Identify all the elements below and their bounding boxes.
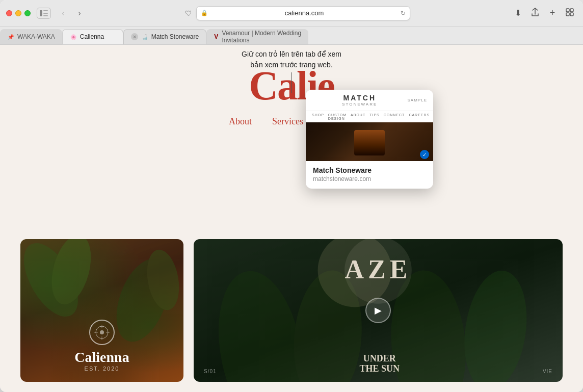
tab-calienna[interactable]: 🌸 Calienna — [62, 29, 123, 44]
share-icon — [531, 8, 539, 19]
match-header: MATCH STONEWARE SAMPLE — [306, 90, 433, 111]
svg-rect-6 — [566, 13, 569, 16]
browser-window: ‹ › 🛡 🔒 calienna.com ↻ ⬇ — [0, 0, 583, 392]
under-the-sun-line1: UNDER — [363, 353, 396, 363]
match-logo-subtitle: STONEWARE — [312, 102, 408, 107]
match-nav: SHOP CUSTOM DESIGN ABOUT TIPS CONNECT CA… — [306, 111, 433, 122]
tab-preview-website: MATCH STONEWARE SAMPLE SHOP CUSTOM DESIG… — [306, 90, 433, 161]
nav-about[interactable]: About — [229, 116, 252, 127]
card-calienna-brand: Calienna EST. 2020 — [20, 239, 183, 382]
svg-rect-4 — [566, 9, 569, 12]
tab-preview-url: matchstoneware.com — [313, 175, 426, 182]
privacy-icon: 🛡 — [185, 9, 192, 17]
play-icon: ▶ — [375, 305, 382, 316]
card-left-content: Calienna EST. 2020 — [20, 320, 183, 372]
calienna-nav: About Services Under T — [0, 116, 583, 127]
tab-favicon-match: 🍶 — [141, 33, 148, 40]
card-left-title: Calienna — [20, 349, 183, 365]
address-bar-container: 🛡 🔒 calienna.com ↻ — [93, 6, 502, 20]
tab-preview-popup: MATCH STONEWARE SAMPLE SHOP CUSTOM DESIG… — [306, 90, 433, 189]
calienna-header: Calie About Services Under T — [0, 45, 583, 127]
match-nav-careers: CAREERS — [409, 113, 430, 120]
tab-waka-waka[interactable]: 📌 WAKA-WAKA — [0, 29, 62, 44]
tab-preview-title: Match Stoneware — [313, 166, 426, 174]
title-bar: ‹ › 🛡 🔒 calienna.com ↻ ⬇ — [0, 0, 583, 27]
card-right-bottom: S/01 UNDER THE SUN VIE — [194, 346, 563, 382]
under-the-sun-line2: THE SUN — [359, 363, 400, 374]
toolbar-right: ⬇ + — [511, 6, 577, 20]
svg-rect-1 — [43, 10, 48, 11]
forward-icon: › — [78, 9, 81, 18]
svg-rect-0 — [40, 10, 42, 16]
match-nav-connect: CONNECT — [384, 113, 405, 120]
match-badge: ✓ — [420, 150, 429, 159]
content-grid: Calienna EST. 2020 — [0, 229, 583, 392]
match-nav-tips: TIPS — [369, 113, 380, 120]
tabs-icon — [566, 8, 574, 18]
tab-favicon-waka: 📌 — [7, 33, 14, 40]
card-aze: AZE ▶ S/01 UNDER THE SUN — [194, 239, 563, 382]
match-nav-shop: SHOP — [312, 113, 324, 120]
match-nav-about: ABOUT — [351, 113, 365, 120]
tab-label-waka: WAKA-WAKA — [17, 33, 55, 40]
calienna-page: Calie About Services Under T — [0, 45, 583, 392]
svg-rect-2 — [43, 13, 48, 14]
new-tab-button[interactable]: + — [545, 6, 560, 20]
tab-favicon-venamour: V — [214, 33, 219, 40]
tab-bar: 📌 WAKA-WAKA 🌸 Calienna ✕ 🍶 Match Stonewa… — [0, 27, 583, 45]
match-badge-icon: ✓ — [422, 152, 427, 158]
back-icon: ‹ — [62, 9, 64, 18]
tab-venamour[interactable]: V Venamour | Modern Wedding Invitations — [206, 29, 308, 44]
plus-icon: + — [550, 8, 555, 18]
calienna-logo: Calie — [0, 65, 583, 106]
play-button[interactable]: ▶ — [365, 298, 391, 323]
lock-icon: 🔒 — [201, 10, 208, 16]
match-nav-custom: CUSTOM DESIGN — [328, 113, 347, 120]
sidebar-toggle-button[interactable] — [37, 8, 51, 19]
card-emblem — [89, 320, 115, 345]
back-button[interactable]: ‹ — [56, 6, 70, 20]
card-left-subtitle: EST. 2020 — [20, 365, 183, 372]
tab-match-stoneware[interactable]: ✕ 🍶 Match Stoneware — [123, 29, 206, 44]
reload-button[interactable]: ↻ — [401, 10, 406, 17]
tab-label-venamour: Venamour | Modern Wedding Invitations — [222, 30, 301, 44]
nav-buttons: ‹ › — [56, 6, 87, 20]
tab-preview-info: Match Stoneware matchstoneware.com — [306, 161, 433, 189]
svg-rect-5 — [570, 9, 573, 12]
label-episode: S/01 — [204, 369, 217, 374]
under-the-sun-text: UNDER THE SUN — [217, 354, 543, 374]
address-bar[interactable]: 🔒 calienna.com ↻ — [196, 6, 410, 20]
maximize-window-button[interactable] — [24, 10, 31, 16]
share-button[interactable] — [528, 6, 542, 20]
match-hero: DESTROYER TABLEWARE ✓ — [306, 122, 433, 161]
close-window-button[interactable] — [6, 10, 12, 16]
tab-label-calienna: Calienna — [80, 33, 104, 40]
svg-rect-3 — [43, 15, 48, 16]
tab-close-match[interactable]: ✕ — [131, 33, 138, 40]
tab-favicon-calienna: 🌸 — [70, 33, 77, 40]
minimize-window-button[interactable] — [15, 10, 21, 16]
tab-overview-button[interactable] — [563, 6, 577, 20]
traffic-lights — [6, 10, 31, 16]
match-logo: MATCH — [312, 94, 408, 102]
svg-rect-7 — [570, 13, 573, 16]
forward-button[interactable]: › — [72, 6, 87, 20]
svg-point-13 — [100, 330, 104, 334]
nav-services[interactable]: Services — [272, 116, 303, 127]
url-text: calienna.com — [211, 9, 398, 17]
download-button[interactable]: ⬇ — [511, 6, 525, 20]
download-icon: ⬇ — [515, 8, 521, 18]
label-vie: VIE — [543, 369, 552, 374]
browser-content: Giữ con trỏ lên trên tab để xem bản xem … — [0, 45, 583, 392]
match-sample-tag: SAMPLE — [408, 98, 427, 102]
tab-label-match: Match Stoneware — [151, 33, 199, 40]
